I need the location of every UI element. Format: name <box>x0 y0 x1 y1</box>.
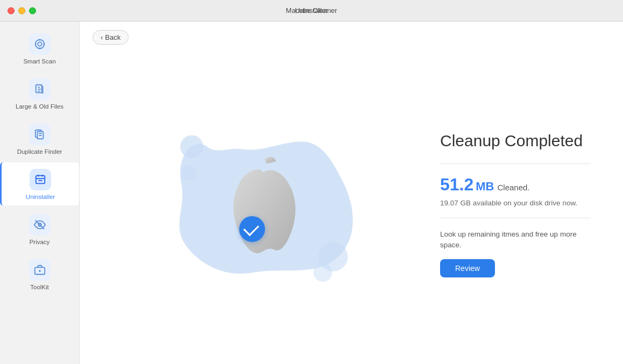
smart-scan-icon <box>29 33 51 55</box>
sidebar: Smart Scan Large & Old Files <box>0 22 80 364</box>
svg-point-27 <box>313 263 332 282</box>
uninstaller-icon <box>30 169 51 190</box>
maximize-button[interactable] <box>29 7 36 14</box>
content-area: Cleanup Completed 51.2 MB Cleaned. 19.07… <box>80 45 623 364</box>
size-value: 51.2 <box>440 175 473 195</box>
illustration-section <box>101 108 419 301</box>
size-row: 51.2 MB Cleaned. <box>440 175 591 195</box>
back-button[interactable]: ‹ Back <box>93 30 129 45</box>
top-bar: ‹ Back <box>80 22 623 45</box>
review-button[interactable]: Review <box>440 259 495 277</box>
app-container: Smart Scan Large & Old Files <box>0 22 623 364</box>
main-content: ‹ Back <box>80 22 623 364</box>
sidebar-item-duplicate-finder[interactable]: Duplicate Finder <box>0 117 79 160</box>
page-title: Uninstaller <box>295 6 328 15</box>
large-old-files-icon <box>29 78 51 100</box>
sidebar-item-smart-scan[interactable]: Smart Scan <box>0 27 79 70</box>
duplicate-finder-icon <box>29 124 51 145</box>
sidebar-item-toolkit[interactable]: ToolKit <box>0 253 79 296</box>
sidebar-item-large-old-files[interactable]: Large & Old Files <box>0 72 79 115</box>
sidebar-item-privacy[interactable]: Privacy <box>0 208 79 251</box>
sidebar-label-privacy: Privacy <box>30 239 50 245</box>
divider-top <box>440 163 591 164</box>
blob-container <box>158 108 362 301</box>
svg-point-1 <box>38 42 41 46</box>
sidebar-label-uninstaller: Uninstaller <box>26 194 55 200</box>
privacy-icon <box>29 214 51 235</box>
sidebar-label-toolkit: ToolKit <box>30 284 49 290</box>
divider-bottom <box>440 218 591 218</box>
svg-point-0 <box>35 40 44 49</box>
title-bar: Macube Cleaner Uninstaller <box>0 0 623 22</box>
back-chevron-icon: ‹ <box>101 33 103 41</box>
traffic-lights <box>8 7 36 14</box>
info-section: Cleanup Completed 51.2 MB Cleaned. 19.07… <box>419 120 601 289</box>
sidebar-label-smart-scan: Smart Scan <box>23 58 55 65</box>
back-button-label: Back <box>105 33 121 41</box>
close-button[interactable] <box>8 7 15 14</box>
disk-available: 19.07 GB available on your disk drive no… <box>440 199 591 207</box>
sidebar-label-large-old-files: Large & Old Files <box>16 103 63 110</box>
size-suffix: Cleaned. <box>498 183 530 192</box>
minimize-button[interactable] <box>18 7 25 14</box>
svg-rect-14 <box>36 176 45 184</box>
sidebar-item-uninstaller[interactable]: Uninstaller <box>0 162 79 205</box>
check-badge <box>239 216 265 242</box>
cleanup-title: Cleanup Completed <box>440 131 591 151</box>
apple-logo <box>211 151 308 258</box>
promo-text: Look up remaining itmes and free up more… <box>440 229 591 251</box>
sidebar-label-duplicate-finder: Duplicate Finder <box>17 148 62 155</box>
size-unit: MB <box>476 180 494 194</box>
toolkit-icon <box>29 259 51 281</box>
